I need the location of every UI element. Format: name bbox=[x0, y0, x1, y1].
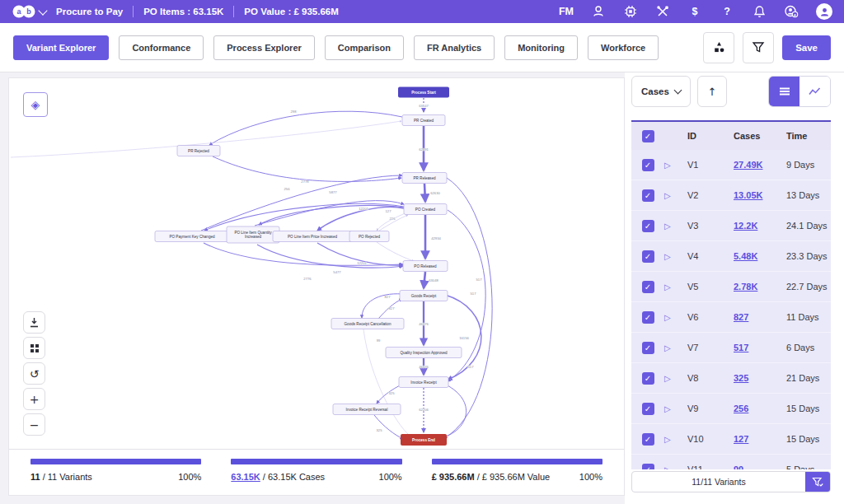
variant-row-v8[interactable]: ✓▷V832521 Days bbox=[631, 363, 831, 394]
dollar-icon[interactable]: $ bbox=[687, 4, 702, 19]
row-checkbox[interactable]: ✓ bbox=[642, 250, 654, 263]
variant-cases-link[interactable]: 325 bbox=[734, 373, 786, 383]
play-icon[interactable]: ▷ bbox=[664, 191, 687, 200]
play-icon[interactable]: ▷ bbox=[664, 161, 687, 170]
process-node-goods-receipt[interactable]: Goods Receipt bbox=[400, 291, 448, 301]
variant-cases-link[interactable]: 517 bbox=[734, 343, 786, 352]
process-node-po-rejected[interactable]: PO Rejected bbox=[349, 231, 389, 242]
process-node-pr-released[interactable]: PR Released bbox=[402, 173, 447, 184]
variant-row-v5[interactable]: ✓▷V52.78K22.7 Days bbox=[631, 272, 831, 302]
process-node-pr-rejected[interactable]: PR Rejected bbox=[177, 146, 220, 156]
process-node-quality-inspection-approved[interactable]: Quality Inspection Approved bbox=[386, 348, 462, 358]
play-icon[interactable]: ▷ bbox=[664, 374, 687, 383]
row-checkbox[interactable]: ✓ bbox=[642, 159, 654, 171]
list-view-button[interactable] bbox=[769, 77, 799, 106]
play-icon[interactable]: ▷ bbox=[664, 343, 687, 352]
fit-view-button[interactable] bbox=[23, 337, 45, 359]
stat-percent: 100% bbox=[379, 472, 402, 482]
avatar[interactable] bbox=[816, 3, 832, 20]
play-icon[interactable]: ▷ bbox=[664, 252, 687, 261]
app-logo[interactable]: a b bbox=[12, 4, 46, 19]
variant-cases-link[interactable]: 27.49K bbox=[734, 160, 786, 170]
row-checkbox[interactable]: ✓ bbox=[642, 433, 654, 446]
download-button[interactable] bbox=[23, 311, 45, 334]
process-node-process-end[interactable]: Process End bbox=[401, 434, 447, 446]
play-icon[interactable]: ▷ bbox=[664, 435, 687, 444]
variant-id: V10 bbox=[687, 434, 734, 444]
variant-cases-link[interactable]: 99 bbox=[734, 464, 786, 469]
process-node-po-line-item-price-increased[interactable]: PO Line Item Price Increased bbox=[273, 231, 352, 242]
row-checkbox[interactable]: ✓ bbox=[642, 311, 654, 324]
filter-button[interactable] bbox=[743, 32, 774, 63]
tab-process-explorer[interactable]: Process Explorer bbox=[213, 35, 315, 60]
row-checkbox[interactable]: ✓ bbox=[642, 342, 654, 354]
process-edge bbox=[424, 184, 425, 202]
process-node-po-payment-key-changed[interactable]: PO Payment Key Changed bbox=[155, 231, 229, 242]
tab-variant-explorer[interactable]: Variant Explorer bbox=[13, 35, 109, 60]
layers-button[interactable]: ◈ bbox=[23, 92, 48, 117]
save-button[interactable]: Save bbox=[782, 35, 831, 60]
process-node-po-released[interactable]: PO Released bbox=[403, 261, 448, 272]
process-node-invoice-receipt-reversal[interactable]: Invoice Receipt Reversal bbox=[333, 404, 401, 415]
metric-selector[interactable]: Cases bbox=[631, 76, 691, 107]
variant-row-v4[interactable]: ✓▷V45.48K23.3 Days bbox=[631, 241, 831, 272]
variant-row-v7[interactable]: ✓▷V75176 Days bbox=[631, 333, 831, 363]
variant-row-v1[interactable]: ✓▷V127.49K9 Days bbox=[631, 150, 831, 180]
chip-icon[interactable] bbox=[623, 4, 638, 19]
play-icon[interactable]: ▷ bbox=[664, 404, 687, 413]
process-node-po-line-item-quantity-increased[interactable]: PO Line Item QuantityIncreased bbox=[227, 226, 279, 243]
row-checkbox[interactable]: ✓ bbox=[642, 220, 654, 232]
row-checkbox[interactable]: ✓ bbox=[642, 281, 654, 293]
variant-cases-link[interactable]: 2.78K bbox=[734, 282, 786, 292]
variant-filter-button[interactable] bbox=[805, 472, 830, 492]
tab-conformance[interactable]: Conformance bbox=[119, 35, 204, 60]
play-icon[interactable]: ▷ bbox=[664, 222, 687, 231]
process-node-process-start[interactable]: Process Start bbox=[398, 87, 449, 98]
variant-row-v3[interactable]: ✓▷V312.2K24.1 Days bbox=[631, 211, 831, 241]
sort-button[interactable]: ↑ bbox=[697, 76, 727, 107]
process-node-pr-created[interactable]: PR Created bbox=[402, 115, 445, 126]
process-canvas[interactable]: 6314762891626304293463048463764637662206… bbox=[8, 77, 625, 496]
bell-icon[interactable] bbox=[752, 4, 767, 19]
row-checkbox[interactable]: ✓ bbox=[642, 464, 654, 470]
row-checkbox[interactable]: ✓ bbox=[642, 403, 654, 415]
tab-fr-analytics[interactable]: FR Analytics bbox=[414, 35, 495, 60]
select-all-checkbox[interactable]: ✓ bbox=[642, 130, 654, 142]
zoom-out-button[interactable]: − bbox=[23, 413, 45, 436]
reset-rotate-button[interactable]: ↺ bbox=[23, 362, 45, 385]
person-icon[interactable] bbox=[591, 4, 606, 19]
help-icon[interactable]: ? bbox=[720, 4, 734, 19]
tab-comparison[interactable]: Comparison bbox=[325, 35, 404, 60]
process-node-invoice-receipt[interactable]: Invoice Receipt bbox=[399, 377, 448, 388]
play-icon[interactable]: ▷ bbox=[664, 313, 687, 322]
variant-cases-link[interactable]: 13.05K bbox=[734, 190, 786, 200]
tab-workforce[interactable]: Workforce bbox=[588, 35, 659, 60]
chart-view-button[interactable] bbox=[799, 77, 830, 106]
variant-row-v6[interactable]: ✓▷V682711 Days bbox=[631, 302, 831, 333]
variant-row-v2[interactable]: ✓▷V213.05K13 Days bbox=[631, 180, 831, 211]
process-node-po-created[interactable]: PO Created bbox=[404, 204, 447, 215]
fm-label[interactable]: FM bbox=[559, 6, 574, 17]
node-label: Process Start bbox=[411, 91, 436, 95]
variant-row-v10[interactable]: ✓▷V1012715 Days bbox=[631, 424, 831, 455]
play-icon[interactable]: ▷ bbox=[664, 465, 687, 470]
variant-cases-link[interactable]: 127 bbox=[734, 434, 786, 444]
stat-value[interactable]: 63.15K bbox=[231, 472, 260, 482]
process-node-goods-receipt-cancellation[interactable]: Goods Receipt Cancellation bbox=[331, 319, 404, 329]
play-icon[interactable]: ▷ bbox=[664, 282, 687, 292]
shield-badge-icon[interactable]: e bbox=[784, 4, 799, 19]
variant-cases-link[interactable]: 256 bbox=[734, 404, 786, 413]
variant-row-v9[interactable]: ✓▷V925615 Days bbox=[631, 394, 831, 424]
node-label: PO Released bbox=[414, 264, 437, 268]
model-button[interactable] bbox=[703, 32, 734, 63]
variant-cases-link[interactable]: 12.2K bbox=[734, 221, 786, 231]
zoom-in-button[interactable]: + bbox=[23, 388, 45, 410]
process-edge bbox=[443, 385, 467, 437]
tools-icon[interactable] bbox=[655, 4, 670, 19]
variant-cases-link[interactable]: 827 bbox=[734, 312, 786, 322]
row-checkbox[interactable]: ✓ bbox=[642, 189, 654, 202]
row-checkbox[interactable]: ✓ bbox=[642, 372, 654, 385]
variant-cases-link[interactable]: 5.48K bbox=[734, 251, 786, 261]
variant-row-v11[interactable]: ✓▷V11995 Days bbox=[631, 455, 831, 469]
tab-monitoring[interactable]: Monitoring bbox=[504, 35, 578, 60]
